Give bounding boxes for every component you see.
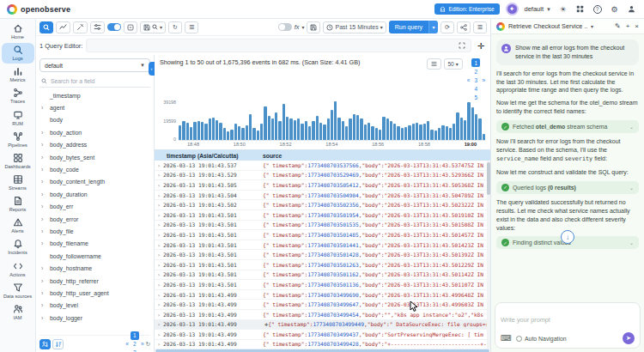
expand-row-icon[interactable]: ›	[155, 271, 163, 277]
histogram-bar[interactable]	[186, 123, 189, 140]
field-item-body_level[interactable]: ›body_level	[39, 300, 150, 312]
expand-row-icon[interactable]: ›	[155, 301, 163, 307]
histogram-bar[interactable]	[456, 112, 459, 140]
histogram-bar[interactable]	[223, 128, 226, 140]
histogram-bar[interactable]	[278, 121, 281, 140]
histogram-bar[interactable]	[393, 124, 396, 140]
histogram-bar[interactable]	[446, 126, 448, 140]
expand-row-icon[interactable]: ›	[155, 202, 163, 208]
histogram-bar[interactable]	[438, 128, 440, 140]
histogram-bar[interactable]	[334, 101, 337, 140]
histogram-bar[interactable]	[483, 134, 485, 140]
sidebar-item-data-sources[interactable]: Data sources	[2, 281, 34, 301]
histogram-bar[interactable]	[423, 124, 426, 140]
sidebar-item-iam[interactable]: IAM	[2, 302, 34, 323]
log-row[interactable]: ›2026-03-13 19:01:43.501{"_timestamp":17…	[155, 210, 490, 221]
ai-assistant-button[interactable]: ✦	[506, 3, 519, 15]
field-item-body_filename[interactable]: ›body_filename	[39, 238, 150, 250]
list-options-button[interactable]: ☰	[185, 21, 198, 33]
expand-icon[interactable]	[459, 42, 465, 49]
sidebar-item-reports[interactable]: Reports	[2, 194, 34, 215]
histogram-bar[interactable]	[305, 121, 307, 140]
log-row[interactable]: ›2026-03-13 19:01:43.499{"_timestamp":17…	[155, 310, 490, 320]
field-item-body_content_length[interactable]: ›body_content_length	[39, 176, 150, 188]
histogram-bar[interactable]	[212, 118, 215, 140]
expand-row-icon[interactable]: ›	[155, 282, 163, 288]
field-item-body_action[interactable]: ›body_action	[39, 126, 150, 138]
log-row[interactable]: ›2026-03-13 19:01:43.499{"_timestamp":17…	[155, 300, 490, 310]
log-row[interactable]: ›2026-03-13 19:01:43.501{"_timestamp":17…	[155, 240, 490, 251]
histogram-bar[interactable]	[430, 130, 433, 141]
tools-button[interactable]	[73, 21, 88, 33]
query-editor-input[interactable]	[86, 39, 471, 52]
histogram-bar[interactable]	[209, 118, 211, 140]
histogram-bar[interactable]	[234, 124, 237, 140]
expand-row-icon[interactable]: ›	[155, 341, 163, 347]
log-row[interactable]: ›2026-03-13 19:01:43.537{"_timestamp":17…	[155, 161, 490, 171]
settings-gear-icon[interactable]: ⚙	[609, 3, 620, 15]
histogram-bar[interactable]	[190, 127, 192, 140]
histogram-bar[interactable]	[312, 121, 314, 140]
histogram-bar[interactable]	[241, 128, 244, 140]
histogram-bar[interactable]	[246, 125, 248, 140]
histogram-bar[interactable]	[427, 121, 429, 140]
page-5[interactable]: 5	[471, 93, 480, 101]
sidebar-item-rum[interactable]: RUM	[2, 108, 34, 129]
page-size-select[interactable]: 50▾	[444, 58, 463, 70]
histogram-bar[interactable]	[271, 118, 274, 140]
tool-call-chip[interactable]: ✓Queried logs (0 results)⌄	[496, 181, 639, 194]
field-item-body_http_user_agent[interactable]: ›body_http_user_agent	[39, 287, 150, 299]
sidebar-item-streams[interactable]: Streams	[2, 173, 34, 193]
sidebar-item-actions[interactable]: Actions	[2, 259, 34, 280]
histogram-bar[interactable]	[345, 126, 348, 140]
keyboard-icon[interactable]: ⌨	[501, 334, 512, 343]
search-mode-button[interactable]	[39, 21, 53, 33]
page-3[interactable]: 3	[471, 76, 480, 84]
histogram-bar[interactable]	[419, 124, 422, 140]
log-row[interactable]: ›2026-03-13 19:01:43.502{"_timestamp":17…	[155, 200, 490, 210]
histogram-bar[interactable]	[464, 120, 466, 140]
field-item-body_error[interactable]: ›body_error	[39, 213, 150, 225]
chevron-down-icon[interactable]: ⌄	[629, 240, 634, 246]
histogram-bar[interactable]	[471, 107, 474, 140]
scroll-to-bottom-button[interactable]: ↓	[561, 230, 574, 244]
sidebar-item-metrics[interactable]: Metrics	[2, 64, 34, 85]
histogram-bar[interactable]	[201, 122, 204, 140]
histogram-bar[interactable]	[382, 117, 385, 140]
histogram-bar[interactable]	[197, 121, 200, 140]
columns-button[interactable]	[427, 58, 441, 70]
histogram-bar[interactable]	[434, 130, 437, 140]
sidebar-item-logs[interactable]: Logs	[2, 43, 34, 64]
histogram-bar[interactable]	[252, 128, 255, 140]
refresh-icon[interactable]: ↻	[146, 341, 150, 348]
sort-fields-button[interactable]	[39, 339, 51, 349]
expand-row-icon[interactable]: ›	[155, 212, 163, 218]
histogram-bar[interactable]	[268, 116, 270, 140]
histogram-bar[interactable]	[179, 125, 181, 140]
log-row[interactable]: ›2026-03-13 19:01:43.529{"_timestamp":17…	[155, 171, 490, 181]
field-item-body_bytes_sent[interactable]: ›body_bytes_sent	[39, 151, 150, 163]
add-query-button[interactable]: ✛	[475, 41, 487, 51]
histogram-bar[interactable]	[227, 131, 229, 140]
histogram-bar[interactable]	[460, 118, 463, 140]
histogram-bar[interactable]	[331, 110, 333, 140]
histogram-bar[interactable]	[337, 118, 340, 140]
field-item-body_code[interactable]: ›body_code	[39, 163, 150, 175]
histogram-bar[interactable]	[441, 125, 444, 140]
histogram-bar[interactable]	[349, 118, 351, 140]
sidebar-item-alerts[interactable]: Alerts	[2, 215, 34, 236]
chevron-down-icon[interactable]: ⌄	[629, 185, 634, 191]
histogram-bar[interactable]	[216, 120, 218, 140]
field-item-body_err[interactable]: ›body_err	[39, 201, 150, 213]
histogram-bar[interactable]	[283, 104, 285, 140]
help-icon[interactable]: ?	[592, 3, 603, 15]
time-range-picker[interactable]: Past 15 Minutes ▾	[323, 21, 386, 33]
histogram-bar[interactable]	[275, 112, 277, 140]
send-button[interactable]: ➤	[623, 332, 635, 344]
log-row[interactable]: ›2026-03-13 19:01:43.501{"_timestamp":17…	[155, 221, 490, 231]
more-options-button[interactable]: ☰	[473, 21, 487, 33]
histogram-bar[interactable]	[260, 124, 263, 140]
sidebar-item-traces[interactable]: Traces	[2, 86, 34, 106]
chevron-down-icon[interactable]: ▾	[301, 24, 304, 30]
page-2[interactable]: 2	[131, 340, 139, 349]
